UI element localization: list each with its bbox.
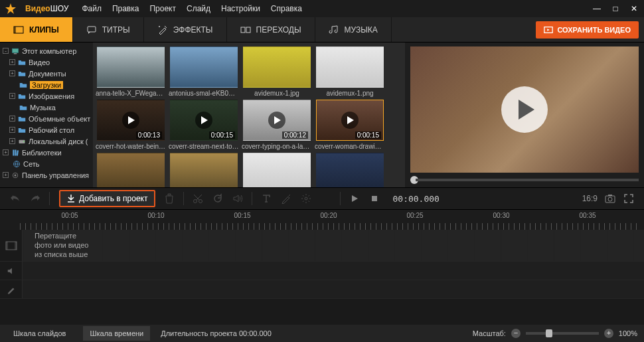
svg-point-19 [194,200,197,203]
svg-rect-2 [14,27,16,33]
thumbnail-1[interactable]: antonius-smal-eKB0NmlUe... [169,46,239,97]
svg-rect-26 [608,195,612,196]
svg-marker-0 [5,3,16,14]
tab-0[interactable]: КЛИПЫ [0,17,73,42]
tree-item-11[interactable]: +Панель управления [0,169,93,181]
menu-настройки[interactable]: Настройки [221,4,260,13]
undo-icon[interactable] [9,193,21,205]
thumbnail-0[interactable]: anna-tello-X_FWega1EU0-... [96,46,166,97]
svg-rect-5 [241,27,245,33]
tab-1[interactable]: ТИТРЫ [73,17,144,42]
minimize-button[interactable]: — [592,4,602,13]
tab-2[interactable]: ЭФФЕКТЫ [144,17,227,42]
tree-toggle-icon[interactable]: + [9,93,15,99]
thumbnail-5[interactable]: 0:00:15coverr-stream-next-to-the... [169,100,239,150]
tree-toggle-icon[interactable]: + [9,70,15,76]
svg-rect-10 [14,53,17,54]
svg-point-21 [305,197,307,200]
project-duration: Длительность проекта 00:00.000 [161,329,272,337]
text-icon[interactable] [260,193,272,205]
ruler-mark: 00:25 [406,212,423,219]
fullscreen-icon[interactable] [623,193,635,205]
ruler-mark: 00:15 [234,212,250,219]
zoom-in-button[interactable]: + [604,329,613,338]
timeline-ruler[interactable]: 00:0500:1000:1500:2000:2500:3000:35 [0,210,644,230]
fx-track-head [0,280,23,298]
menu-файл[interactable]: Файл [82,4,102,13]
tree-item-1[interactable]: +Видео [0,56,93,68]
thumbnail-6[interactable]: 0:00:12coverr-typing-on-a-laptop... [242,100,312,150]
tree-toggle-icon[interactable]: - [3,48,9,54]
zoom-out-button[interactable]: − [511,329,521,338]
menu-слайд[interactable]: Слайд [187,4,210,13]
fx-track[interactable] [23,280,644,298]
svg-marker-22 [352,195,358,202]
tree-toggle-icon[interactable]: + [3,172,9,178]
volume-icon[interactable] [232,193,244,205]
delete-icon[interactable] [163,193,175,205]
preview-video[interactable] [410,46,639,173]
tree-item-4[interactable]: +Изображения [0,90,93,102]
tree-toggle-icon[interactable]: + [9,59,15,65]
timecode: 00:00.000 [392,194,439,204]
maximize-button[interactable]: □ [611,4,620,13]
app-logo [5,3,16,14]
menu-проект[interactable]: Проект [149,4,176,13]
tree-item-3[interactable]: Загрузки [0,79,93,90]
slides-scale-tab[interactable]: Шкала слайдов [7,326,72,341]
zoom-handle[interactable] [546,329,552,337]
tree-item-5[interactable]: Музыка [0,102,93,113]
tree-toggle-icon[interactable]: + [9,138,15,144]
svg-point-25 [608,197,612,201]
tree-item-8[interactable]: +Локальный диск ( [0,135,93,147]
close-button[interactable]: ✕ [629,4,639,13]
video-track[interactable]: Перетащите фото или видео из списка выше [23,230,644,261]
thumbnail-9[interactable] [169,153,239,187]
tab-4[interactable]: МУЗЫКА [315,17,392,42]
tree-item-2[interactable]: +Документы [0,68,93,79]
tree-item-10[interactable]: Сеть [0,158,93,169]
save-video-button[interactable]: СОХРАНИТЬ ВИДЕО [536,21,639,39]
zoom-slider[interactable] [526,332,599,335]
tree-toggle-icon[interactable]: + [9,116,15,122]
svg-rect-14 [15,149,16,155]
svg-point-20 [199,200,202,203]
thumbnail-8[interactable] [96,153,166,187]
audio-track[interactable] [23,262,644,280]
effects-icon[interactable] [280,193,292,205]
settings-icon[interactable] [300,193,312,205]
preview-play-button[interactable] [501,86,548,133]
timeline-play-icon[interactable] [349,193,361,205]
ruler-mark: 00:35 [579,212,596,219]
tree-item-0[interactable]: -Этот компьютер [0,45,93,56]
add-to-project-button[interactable]: Добавить в проект [59,190,155,207]
menu-справка[interactable]: Справка [271,4,302,13]
thumbnail-4[interactable]: 0:00:13coverr-hot-water-being-p... [96,100,166,150]
rotate-icon[interactable] [212,193,224,205]
time-scale-tab[interactable]: Шкала времени [83,326,150,341]
audio-track-head [0,262,23,280]
menu-правка[interactable]: Правка [112,4,139,13]
cut-icon[interactable] [192,193,204,205]
tree-toggle-icon[interactable]: + [9,127,15,133]
redo-icon[interactable] [29,193,41,205]
tree-item-9[interactable]: +Библиотеки [0,147,93,158]
tree-item-7[interactable]: +Рабочий стол [0,124,93,135]
folder-tree[interactable]: -Этот компьютер+Видео+ДокументыЗагрузки+… [0,43,93,187]
tree-toggle-icon[interactable]: + [3,149,9,155]
zoom-value: 100% [619,329,637,337]
thumbnail-11[interactable] [315,153,385,187]
thumbnail-10[interactable] [242,153,312,187]
tab-3[interactable]: ПЕРЕХОДЫ [227,17,315,42]
snapshot-icon[interactable] [604,193,616,205]
drop-hint: Перетащите фото или видео из списка выше [35,231,88,259]
thumbnail-2[interactable]: avidemux-1.jpg [242,46,312,97]
tree-item-6[interactable]: +Объемные объект [0,113,93,124]
thumbnail-7[interactable]: 0:00:15coverr-woman-drawing-in-... [315,100,385,150]
aspect-ratio[interactable]: 16:9 [582,194,598,203]
thumbnail-3[interactable]: avidemux-1.png [315,46,385,97]
svg-rect-15 [17,150,19,155]
svg-rect-29 [15,242,17,250]
timeline-stop-icon[interactable] [368,193,380,205]
preview-scrub-track[interactable] [416,179,639,181]
